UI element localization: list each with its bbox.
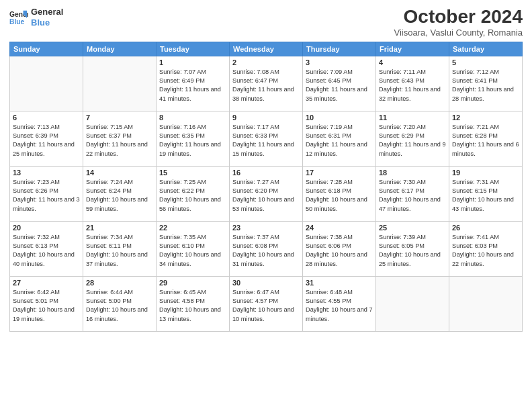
day-number: 5 [452,58,519,66]
calendar-header-monday: Monday [83,42,157,56]
day-number: 30 [232,279,300,287]
calendar-cell [376,276,449,331]
day-number: 19 [452,169,519,177]
cell-info: Sunrise: 7:09 AMSunset: 6:45 PMDaylight:… [306,68,373,103]
calendar-header-row: SundayMondayTuesdayWednesdayThursdayFrid… [10,42,523,56]
calendar-header-thursday: Thursday [303,42,376,56]
day-number: 17 [306,169,373,177]
calendar-cell: 29Sunrise: 6:45 AMSunset: 4:58 PMDayligh… [157,276,230,331]
calendar-week-2: 6Sunrise: 7:13 AMSunset: 6:39 PMDaylight… [10,111,523,166]
day-number: 23 [232,224,300,232]
day-number: 7 [86,113,153,122]
calendar-cell [83,56,157,111]
calendar-cell: 14Sunrise: 7:24 AMSunset: 6:24 PMDayligh… [83,166,157,221]
calendar-cell: 2Sunrise: 7:08 AMSunset: 6:47 PMDaylight… [230,56,303,111]
page: General Blue General Blue October 2024 V… [0,0,532,411]
calendar-cell: 11Sunrise: 7:20 AMSunset: 6:29 PMDayligh… [376,111,449,166]
day-number: 12 [452,113,519,122]
day-number: 2 [232,58,300,66]
cell-info: Sunrise: 6:44 AMSunset: 5:00 PMDaylight:… [86,288,153,324]
calendar-cell: 8Sunrise: 7:16 AMSunset: 6:35 PMDaylight… [157,111,230,166]
cell-info: Sunrise: 7:25 AMSunset: 6:22 PMDaylight:… [159,178,226,214]
day-number: 13 [13,169,80,177]
calendar: SundayMondayTuesdayWednesdayThursdayFrid… [9,42,523,332]
day-number: 27 [13,279,80,287]
cell-info: Sunrise: 7:27 AMSunset: 6:20 PMDaylight:… [232,178,300,214]
day-number: 15 [159,169,226,177]
calendar-cell: 28Sunrise: 6:44 AMSunset: 5:00 PMDayligh… [83,276,157,331]
day-number: 31 [306,279,373,287]
calendar-cell: 30Sunrise: 6:47 AMSunset: 4:57 PMDayligh… [230,276,303,331]
cell-info: Sunrise: 7:21 AMSunset: 6:28 PMDaylight:… [452,123,519,158]
cell-info: Sunrise: 6:48 AMSunset: 4:55 PMDaylight:… [306,288,373,324]
day-number: 20 [13,224,80,232]
calendar-header-wednesday: Wednesday [230,42,303,56]
calendar-cell: 23Sunrise: 7:37 AMSunset: 6:08 PMDayligh… [230,221,303,276]
cell-info: Sunrise: 7:23 AMSunset: 6:26 PMDaylight:… [13,178,80,214]
calendar-header-tuesday: Tuesday [157,42,230,56]
cell-info: Sunrise: 7:20 AMSunset: 6:29 PMDaylight:… [379,123,446,158]
svg-text:Blue: Blue [9,18,25,26]
calendar-cell: 27Sunrise: 6:42 AMSunset: 5:01 PMDayligh… [10,276,83,331]
cell-info: Sunrise: 7:38 AMSunset: 6:06 PMDaylight:… [306,233,373,269]
logo: General Blue General Blue [9,7,63,28]
day-number: 11 [379,113,446,122]
day-number: 14 [86,169,153,177]
cell-info: Sunrise: 7:19 AMSunset: 6:31 PMDaylight:… [306,123,373,158]
logo-icon: General Blue [9,8,28,27]
calendar-cell: 3Sunrise: 7:09 AMSunset: 6:45 PMDaylight… [303,56,376,111]
location: Viisoara, Vaslui County, Romania [394,28,523,38]
day-number: 4 [379,58,446,66]
calendar-cell: 25Sunrise: 7:39 AMSunset: 6:05 PMDayligh… [376,221,449,276]
day-number: 9 [232,113,300,122]
cell-info: Sunrise: 7:12 AMSunset: 6:41 PMDaylight:… [452,68,519,103]
cell-info: Sunrise: 7:24 AMSunset: 6:24 PMDaylight:… [86,178,153,214]
cell-info: Sunrise: 7:15 AMSunset: 6:37 PMDaylight:… [86,123,153,158]
cell-info: Sunrise: 7:28 AMSunset: 6:18 PMDaylight:… [306,178,373,214]
cell-info: Sunrise: 7:31 AMSunset: 6:15 PMDaylight:… [452,178,519,214]
day-number: 26 [452,224,519,232]
calendar-cell: 12Sunrise: 7:21 AMSunset: 6:28 PMDayligh… [449,111,523,166]
day-number: 16 [232,169,300,177]
calendar-week-1: 1Sunrise: 7:07 AMSunset: 6:49 PMDaylight… [10,56,523,111]
day-number: 10 [306,113,373,122]
day-number: 18 [379,169,446,177]
cell-info: Sunrise: 6:47 AMSunset: 4:57 PMDaylight:… [232,288,300,324]
day-number: 6 [13,113,80,122]
month-title: October 2024 [394,7,523,28]
calendar-cell: 15Sunrise: 7:25 AMSunset: 6:22 PMDayligh… [157,166,230,221]
calendar-cell: 21Sunrise: 7:34 AMSunset: 6:11 PMDayligh… [83,221,157,276]
calendar-cell: 6Sunrise: 7:13 AMSunset: 6:39 PMDaylight… [10,111,83,166]
calendar-cell: 7Sunrise: 7:15 AMSunset: 6:37 PMDaylight… [83,111,157,166]
calendar-cell: 17Sunrise: 7:28 AMSunset: 6:18 PMDayligh… [303,166,376,221]
day-number: 1 [159,58,226,66]
calendar-week-5: 27Sunrise: 6:42 AMSunset: 5:01 PMDayligh… [10,276,523,331]
cell-info: Sunrise: 7:35 AMSunset: 6:10 PMDaylight:… [159,233,226,269]
title-block: October 2024 Viisoara, Vaslui County, Ro… [394,7,523,38]
day-number: 22 [159,224,226,232]
calendar-cell: 26Sunrise: 7:41 AMSunset: 6:03 PMDayligh… [449,221,523,276]
cell-info: Sunrise: 7:32 AMSunset: 6:13 PMDaylight:… [13,233,80,269]
calendar-cell: 20Sunrise: 7:32 AMSunset: 6:13 PMDayligh… [10,221,83,276]
calendar-week-3: 13Sunrise: 7:23 AMSunset: 6:26 PMDayligh… [10,166,523,221]
calendar-cell: 5Sunrise: 7:12 AMSunset: 6:41 PMDaylight… [449,56,523,111]
calendar-header-friday: Friday [376,42,449,56]
cell-info: Sunrise: 7:34 AMSunset: 6:11 PMDaylight:… [86,233,153,269]
calendar-cell: 24Sunrise: 7:38 AMSunset: 6:06 PMDayligh… [303,221,376,276]
cell-info: Sunrise: 6:45 AMSunset: 4:58 PMDaylight:… [159,288,226,324]
calendar-header-saturday: Saturday [449,42,523,56]
day-number: 29 [159,279,226,287]
calendar-cell: 16Sunrise: 7:27 AMSunset: 6:20 PMDayligh… [230,166,303,221]
calendar-cell: 22Sunrise: 7:35 AMSunset: 6:10 PMDayligh… [157,221,230,276]
cell-info: Sunrise: 7:17 AMSunset: 6:33 PMDaylight:… [232,123,300,158]
calendar-cell: 13Sunrise: 7:23 AMSunset: 6:26 PMDayligh… [10,166,83,221]
day-number: 24 [306,224,373,232]
logo-blue: Blue [31,17,63,28]
cell-info: Sunrise: 6:42 AMSunset: 5:01 PMDaylight:… [13,288,80,324]
calendar-week-4: 20Sunrise: 7:32 AMSunset: 6:13 PMDayligh… [10,221,523,276]
cell-info: Sunrise: 7:13 AMSunset: 6:39 PMDaylight:… [13,123,80,158]
calendar-cell: 19Sunrise: 7:31 AMSunset: 6:15 PMDayligh… [449,166,523,221]
calendar-header-sunday: Sunday [10,42,83,56]
calendar-cell: 4Sunrise: 7:11 AMSunset: 6:43 PMDaylight… [376,56,449,111]
day-number: 28 [86,279,153,287]
